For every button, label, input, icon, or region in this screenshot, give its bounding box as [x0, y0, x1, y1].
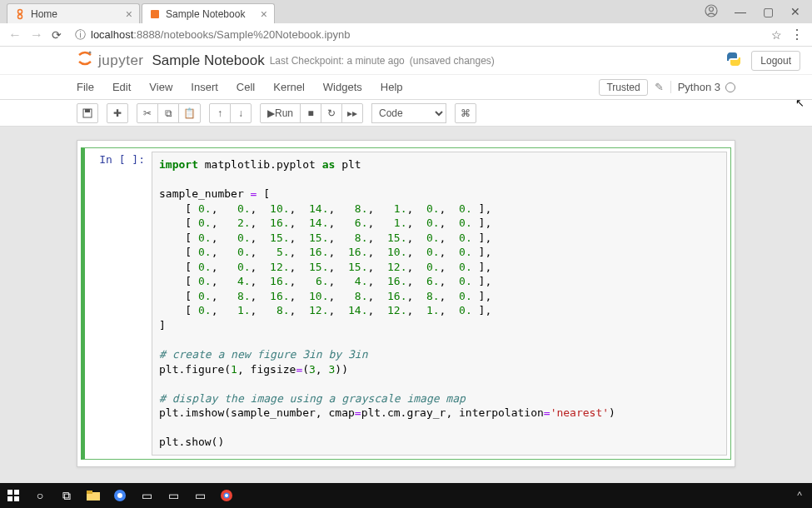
jupyter-logo[interactable]: jupyter	[77, 50, 144, 71]
start-icon[interactable]	[3, 486, 23, 506]
svg-point-15	[117, 493, 122, 498]
jupyter-logo-icon	[77, 50, 93, 71]
browser-tab-home[interactable]: Home ×	[7, 3, 140, 23]
url-port: :8888	[133, 28, 161, 41]
close-icon[interactable]: ×	[261, 7, 267, 21]
menu-edit[interactable]: Edit	[112, 81, 131, 93]
unsaved-text: (unsaved changes)	[410, 55, 495, 67]
input-prompt: In [ ]:	[85, 148, 152, 459]
svg-point-18	[225, 494, 228, 497]
menu-view[interactable]: View	[149, 81, 172, 93]
app-icon[interactable]: ▭	[137, 486, 157, 506]
window-controls: — ▢ ✕	[705, 0, 812, 23]
task-view-icon[interactable]: ⧉	[57, 486, 77, 506]
move-down-button[interactable]: ↓	[230, 103, 252, 123]
toolbar: ✚ ✂ ⧉ 📋 ↑ ↓ ▶ Run ■ ↻ ▸▸ Code ⌘	[0, 100, 812, 127]
pencil-icon[interactable]: ✎	[655, 81, 664, 93]
python-logo-icon	[725, 50, 743, 71]
move-up-button[interactable]: ↑	[209, 103, 231, 123]
notebook-favicon	[149, 8, 161, 20]
run-button[interactable]: ▶ Run	[260, 103, 301, 123]
svg-point-0	[18, 9, 22, 13]
notebook-name[interactable]: Sample Notebook	[152, 52, 265, 69]
url-input[interactable]: ⓘ localhost:8888/notebooks/Sample%20Note…	[70, 26, 763, 44]
app-icon[interactable]: ▭	[163, 486, 183, 506]
restart-run-all-button[interactable]: ▸▸	[341, 103, 363, 123]
restart-button[interactable]: ↻	[321, 103, 342, 123]
minimize-icon[interactable]: —	[735, 5, 746, 18]
code-cell[interactable]: In [ ]: import matplotlib.pyplot as plt …	[81, 147, 731, 460]
back-icon[interactable]: ←	[8, 27, 22, 42]
trusted-badge[interactable]: Trusted	[599, 79, 647, 96]
forward-icon[interactable]: →	[30, 27, 43, 42]
jupyter-logo-text: jupyter	[98, 52, 144, 69]
save-button[interactable]	[77, 103, 98, 123]
svg-rect-7	[85, 109, 90, 112]
notebook-container: In [ ]: import matplotlib.pyplot as plt …	[0, 127, 812, 481]
url-path: /notebooks/Sample%20Notebook.ipynb	[161, 28, 351, 41]
close-window-icon[interactable]: ✕	[790, 5, 800, 18]
menu-widgets[interactable]: Widgets	[323, 81, 362, 93]
close-icon[interactable]: ×	[126, 7, 132, 21]
taskbar: ○ ⧉ ▭ ▭ ▭ ^	[0, 483, 812, 508]
command-palette-button[interactable]: ⌘	[455, 103, 476, 123]
svg-point-5	[89, 52, 92, 54]
address-bar: ← → ⟳ ⓘ localhost:8888/notebooks/Sample%…	[0, 23, 812, 47]
chrome-icon[interactable]	[110, 486, 130, 506]
cut-button[interactable]: ✂	[137, 103, 158, 123]
svg-rect-11	[14, 496, 19, 501]
info-icon[interactable]: ⓘ	[75, 27, 86, 42]
tab-title: Home	[31, 8, 57, 20]
menu-help[interactable]: Help	[381, 81, 403, 93]
svg-rect-13	[87, 491, 92, 494]
kernel-name: Python 3	[678, 81, 720, 93]
url-host: localhost	[91, 28, 133, 41]
notebook-inner: In [ ]: import matplotlib.pyplot as plt …	[77, 140, 735, 467]
menu-cell[interactable]: Cell	[237, 81, 255, 93]
reload-icon[interactable]: ⟳	[52, 28, 62, 42]
menu-file[interactable]: File	[77, 81, 94, 93]
menu-insert[interactable]: Insert	[191, 81, 218, 93]
chrome-running-icon[interactable]	[217, 486, 237, 506]
add-cell-button[interactable]: ✚	[107, 103, 128, 123]
browser-tab-strip: Home × Sample Notebook × — ▢ ✕	[0, 0, 812, 23]
svg-rect-8	[7, 490, 12, 495]
user-icon[interactable]	[705, 4, 718, 20]
app-icon[interactable]: ▭	[190, 486, 210, 506]
notebook-header: jupyter Sample Notebook Last Checkpoint:…	[0, 47, 812, 75]
cortana-icon[interactable]: ○	[30, 486, 50, 506]
svg-rect-9	[14, 490, 19, 495]
svg-point-4	[710, 7, 714, 11]
menubar: File Edit View Insert Cell Kernel Widget…	[0, 75, 812, 100]
checkpoint-text: Last Checkpoint: a minute ago	[270, 55, 405, 67]
logout-button[interactable]: Logout	[751, 51, 800, 71]
paste-button[interactable]: 📋	[178, 103, 201, 123]
code-editor[interactable]: import matplotlib.pyplot as plt sample_n…	[152, 152, 727, 456]
menu-kernel[interactable]: Kernel	[273, 81, 305, 93]
jupyter-favicon	[14, 8, 26, 20]
browser-menu-icon[interactable]: ⋮	[790, 27, 804, 42]
interrupt-button[interactable]: ■	[300, 103, 321, 123]
cell-type-select[interactable]: Code	[371, 103, 446, 123]
svg-rect-10	[7, 496, 12, 501]
svg-point-1	[18, 14, 22, 18]
explorer-icon[interactable]	[83, 486, 103, 506]
svg-rect-2	[151, 10, 159, 18]
tab-title: Sample Notebook	[166, 8, 245, 20]
tray-arrow-icon[interactable]: ^	[797, 490, 809, 501]
browser-tab-notebook[interactable]: Sample Notebook ×	[142, 3, 275, 23]
bookmark-icon[interactable]: ☆	[771, 28, 782, 42]
kernel-indicator[interactable]: Python 3	[670, 81, 735, 93]
copy-button[interactable]: ⧉	[157, 103, 179, 123]
kernel-status-icon	[725, 82, 735, 92]
maximize-icon[interactable]: ▢	[763, 5, 774, 18]
